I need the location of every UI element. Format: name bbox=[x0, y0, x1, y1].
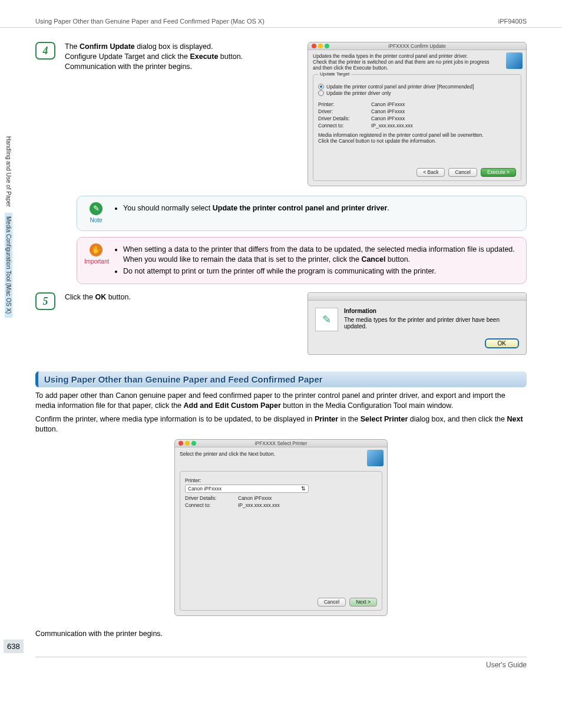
body-paragraph-3: Communication with the printer begins. bbox=[35, 629, 527, 639]
cancel-hint: Click the Cancel button to not update th… bbox=[318, 138, 516, 144]
connect-value: IP_xxx.xxx.xxx.xxx bbox=[371, 123, 413, 129]
connect-value: IP_xxx.xxx.xxx.xxx bbox=[238, 502, 280, 508]
important-callout: ✋ Important When setting a data to the p… bbox=[77, 237, 527, 285]
header-left: Using Paper Other than Genuine Paper and… bbox=[35, 18, 265, 25]
dialog-title: iPFXXXX Confirm Update bbox=[308, 43, 526, 49]
info-title: Information bbox=[344, 308, 376, 314]
dialog-title: iPFXXXX Select Printer bbox=[175, 440, 387, 446]
driver-details-value: Canon iPFxxxx bbox=[238, 495, 272, 501]
group-title: Update Target bbox=[318, 71, 351, 77]
app-logo-icon bbox=[367, 450, 384, 466]
info-icon: ✎ bbox=[315, 308, 338, 331]
important-bullet-1: When setting a data to the printer that … bbox=[123, 245, 519, 265]
next-button[interactable]: Next > bbox=[349, 598, 377, 607]
app-logo-icon bbox=[506, 52, 523, 69]
note-callout: ✎ Note You should normally select Update… bbox=[77, 196, 527, 231]
radio-option-driver-only[interactable]: Update the printer driver only bbox=[318, 90, 516, 96]
tab-media-config[interactable]: Media Configuration Tool (Mac OS X) bbox=[5, 213, 12, 317]
radio-icon bbox=[318, 90, 324, 96]
step-5-text: Click the OK button. bbox=[65, 292, 298, 355]
step-5-badge: 5 bbox=[35, 292, 55, 310]
cancel-button[interactable]: Cancel bbox=[448, 168, 477, 177]
driver-details-value: Canon iPFxxxx bbox=[371, 116, 405, 121]
dialog-msg: Select the printer and click the Next bu… bbox=[180, 451, 351, 457]
overwrite-warning: Media information registered in the prin… bbox=[318, 132, 516, 138]
header-right: iPF9400S bbox=[498, 18, 527, 25]
footer: User's Guide bbox=[35, 657, 527, 669]
confirm-update-dialog: iPFXXXX Confirm Update Updates the media… bbox=[308, 42, 527, 186]
tab-handling[interactable]: Handling and Use of Paper bbox=[5, 133, 12, 210]
page-number: 638 bbox=[4, 640, 24, 653]
side-tabs: Handling and Use of Paper Media Configur… bbox=[5, 133, 13, 320]
select-printer-dialog: iPFXXXX Select Printer Select the printe… bbox=[174, 439, 388, 616]
printer-select[interactable]: Canon iPFxxxx ⇅ bbox=[185, 485, 309, 493]
execute-button[interactable]: Execute > bbox=[481, 168, 516, 177]
body-paragraph-2: Confirm the printer, where media type in… bbox=[35, 414, 527, 434]
info-message: The media types for the printer and prin… bbox=[344, 317, 519, 330]
information-dialog: ✎ Information The media types for the pr… bbox=[308, 292, 527, 355]
step-4-badge: 4 bbox=[35, 42, 55, 60]
driver-value: Canon iPFxxxx bbox=[371, 108, 405, 114]
step-4-text: The Confirm Update dialog box is display… bbox=[65, 42, 298, 186]
note-icon: ✎ bbox=[90, 202, 103, 215]
printer-value: Canon iPFxxxx bbox=[371, 101, 405, 107]
important-icon: ✋ bbox=[90, 243, 103, 256]
back-button[interactable]: < Back bbox=[416, 168, 445, 177]
ok-button[interactable]: OK bbox=[485, 338, 519, 348]
chevron-up-down-icon: ⇅ bbox=[301, 486, 306, 492]
note-bullet: You should normally select Update the pr… bbox=[123, 203, 389, 214]
section-heading: Using Paper Other than Genuine Paper and… bbox=[35, 371, 527, 387]
cancel-button[interactable]: Cancel bbox=[318, 598, 346, 607]
important-bullet-2: Do not attempt to print or turn the prin… bbox=[123, 266, 519, 277]
radio-option-recommended[interactable]: Update the printer control panel and pri… bbox=[318, 84, 516, 90]
body-paragraph-1: To add paper other than Canon genuine pa… bbox=[35, 391, 527, 411]
dialog-msg-2: Check that the printer is switched on an… bbox=[313, 60, 490, 71]
radio-icon bbox=[318, 84, 324, 90]
